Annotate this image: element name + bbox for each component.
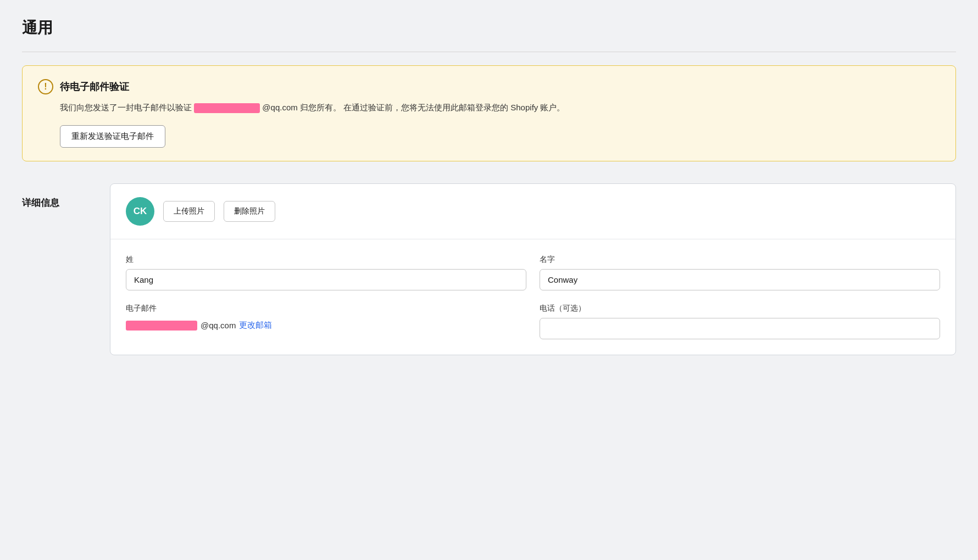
avatar: CK <box>126 197 154 226</box>
first-name-label: 名字 <box>540 255 940 265</box>
details-card: CK 上传照片 删除照片 姓 名字 电子邮件 <box>110 183 956 355</box>
name-row: 姓 名字 <box>126 255 940 290</box>
first-name-input[interactable] <box>540 269 940 290</box>
photo-section: CK 上传照片 删除照片 <box>110 184 955 239</box>
change-email-link[interactable]: 更改邮箱 <box>239 320 272 331</box>
alert-icon: ! <box>38 79 53 94</box>
phone-label: 电话（可选） <box>540 304 940 313</box>
alert-body-prefix: 我们向您发送了一封电子邮件以验证 <box>60 103 192 112</box>
details-section: 详细信息 CK 上传照片 删除照片 姓 名字 <box>22 183 956 355</box>
email-domain: @qq.com <box>201 321 236 330</box>
section-label: 详细信息 <box>22 183 88 209</box>
email-field: 电子邮件 @qq.com 更改邮箱 <box>126 304 526 339</box>
form-section: 姓 名字 电子邮件 @qq.com 更改邮箱 <box>110 239 955 355</box>
resend-verification-button[interactable]: 重新发送验证电子邮件 <box>60 125 165 148</box>
divider <box>22 52 956 52</box>
last-name-input[interactable] <box>126 269 526 290</box>
email-phone-row: 电子邮件 @qq.com 更改邮箱 电话（可选） <box>126 304 940 339</box>
email-display: @qq.com 更改邮箱 <box>126 318 526 331</box>
alert-header: ! 待电子邮件验证 <box>38 79 940 94</box>
first-name-field: 名字 <box>540 255 940 290</box>
upload-photo-button[interactable]: 上传照片 <box>163 201 215 222</box>
email-redacted-block <box>194 103 260 113</box>
delete-photo-button[interactable]: 删除照片 <box>224 201 275 222</box>
last-name-field: 姓 <box>126 255 526 290</box>
alert-body: 我们向您发送了一封电子邮件以验证 @qq.com 归您所有。 在通过验证前，您将… <box>60 101 940 114</box>
page-title: 通用 <box>22 18 956 38</box>
alert-banner: ! 待电子邮件验证 我们向您发送了一封电子邮件以验证 @qq.com 归您所有。… <box>22 65 956 161</box>
phone-input[interactable] <box>540 318 940 339</box>
phone-field: 电话（可选） <box>540 304 940 339</box>
email-redacted-inline <box>126 321 197 331</box>
email-label: 电子邮件 <box>126 304 526 313</box>
alert-title: 待电子邮件验证 <box>60 80 129 93</box>
last-name-label: 姓 <box>126 255 526 265</box>
alert-body-suffix: @qq.com 归您所有。 在通过验证前，您将无法使用此邮箱登录您的 Shopi… <box>262 103 565 112</box>
